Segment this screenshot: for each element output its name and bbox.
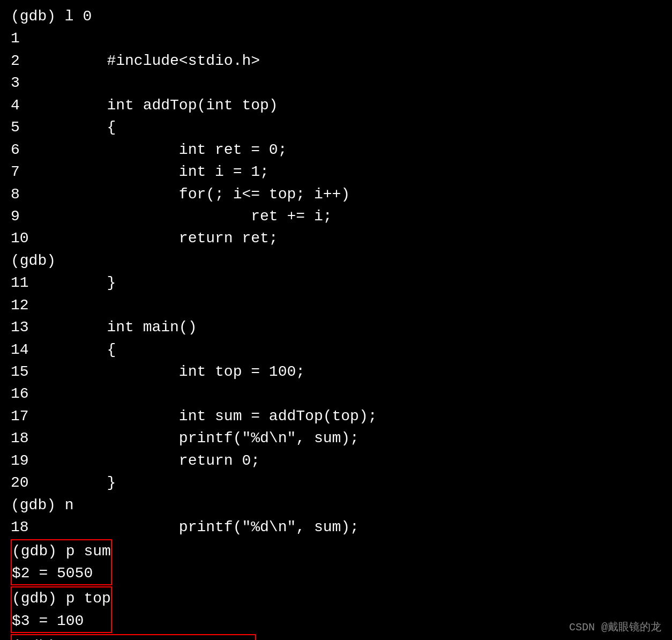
p-top-box: (gdb) p top $3 = 100 xyxy=(11,586,112,633)
code-line-8: 8 for(; i<= top; i++) xyxy=(11,183,661,205)
line-num-16: 16 xyxy=(11,383,35,405)
p-addr-box: (gdb) p &sum $4 = (int *) 0x7fffffffe498… xyxy=(11,634,256,640)
gdb-p-sum-cmd: (gdb) p sum xyxy=(12,540,111,562)
line-num-18: 18 xyxy=(11,427,35,449)
code-line-3: 3 xyxy=(11,72,661,94)
p-sum-result: $2 = 5050 xyxy=(12,562,111,584)
gdb-p-sum-text: (gdb) p sum xyxy=(12,540,111,562)
code-line-11: 11 } xyxy=(11,272,661,294)
gdb-l0-text: (gdb) l 0 xyxy=(11,5,92,27)
gdb-prompt-mid: (gdb) xyxy=(11,250,661,272)
line-content-18b: printf("%d\n", sum); xyxy=(35,516,359,538)
watermark: CSDN @戴眼镜的龙 xyxy=(569,620,661,636)
terminal-window: (gdb) l 0 1 2 #include<stdio.h> 3 4 int … xyxy=(0,0,672,640)
code-line-13: 13 int main() xyxy=(11,316,661,338)
line-num-1: 1 xyxy=(11,27,35,49)
code-line-5: 5 { xyxy=(11,116,661,138)
gdb-n-text: (gdb) n xyxy=(11,494,74,516)
line-num-6: 6 xyxy=(11,139,35,161)
code-line-7: 7 int i = 1; xyxy=(11,161,661,183)
line-content-11: } xyxy=(35,272,116,294)
gdb-p-addr-sum-cmd: (gdb) p &sum xyxy=(12,635,255,640)
code-line-14: 14 { xyxy=(11,339,661,361)
code-line-4: 4 int addTop(int top) xyxy=(11,94,661,116)
line-num-19: 19 xyxy=(11,450,35,472)
code-line-18b: 18 printf("%d\n", sum); xyxy=(11,516,661,538)
line-num-20: 20 xyxy=(11,472,35,494)
line-num-5: 5 xyxy=(11,116,35,138)
gdb-p-addr-sum-text: (gdb) p &sum xyxy=(12,635,120,640)
line-num-2: 2 xyxy=(11,50,35,72)
line-content-9: ret += i; xyxy=(35,205,332,227)
code-line-10: 10 return ret; xyxy=(11,227,661,249)
line-gdb-l0: (gdb) l 0 xyxy=(11,5,661,27)
line-num-15: 15 xyxy=(11,361,35,383)
code-line-18: 18 printf("%d\n", sum); xyxy=(11,427,661,449)
gdb-p-top-cmd: (gdb) p top xyxy=(12,587,111,609)
line-num-11: 11 xyxy=(11,272,35,294)
code-line-1: 1 xyxy=(11,27,661,49)
gdb-n-cmd: (gdb) n xyxy=(11,494,661,516)
line-num-3: 3 xyxy=(11,72,35,94)
line-content-17: int sum = addTop(top); xyxy=(35,405,377,427)
line-num-9: 9 xyxy=(11,205,35,227)
code-line-17: 17 int sum = addTop(top); xyxy=(11,405,661,427)
line-content-5: { xyxy=(35,116,116,138)
line-content-6: int ret = 0; xyxy=(35,139,287,161)
code-line-2: 2 #include<stdio.h> xyxy=(11,50,661,72)
gdb-prompt-mid-text: (gdb) xyxy=(11,250,56,272)
line-content-18: printf("%d\n", sum); xyxy=(35,427,359,449)
line-num-12: 12 xyxy=(11,294,35,316)
code-line-19: 19 return 0; xyxy=(11,450,661,472)
line-content-15: int top = 100; xyxy=(35,361,305,383)
line-num-17: 17 xyxy=(11,405,35,427)
line-content-4: int addTop(int top) xyxy=(35,94,278,116)
line-content-8: for(; i<= top; i++) xyxy=(35,183,350,205)
code-line-9: 9 ret += i; xyxy=(11,205,661,227)
gdb-p-top-text: (gdb) p top xyxy=(12,587,111,609)
p-sum-box: (gdb) p sum $2 = 5050 xyxy=(11,539,112,586)
line-content-13: int main() xyxy=(35,316,197,338)
line-num-18b: 18 xyxy=(11,516,35,538)
line-content-14: { xyxy=(35,339,116,361)
line-num-8: 8 xyxy=(11,183,35,205)
code-line-16: 16 xyxy=(11,383,661,405)
line-content-7: int i = 1; xyxy=(35,161,269,183)
code-line-20: 20 } xyxy=(11,472,661,494)
line-num-7: 7 xyxy=(11,161,35,183)
line-num-13: 13 xyxy=(11,316,35,338)
line-content-10: return ret; xyxy=(35,227,278,249)
line-content-20: } xyxy=(35,472,116,494)
line-content-2: #include<stdio.h> xyxy=(35,50,260,72)
line-num-10: 10 xyxy=(11,227,35,249)
code-line-15: 15 int top = 100; xyxy=(11,361,661,383)
p-sum-result-text: $2 = 5050 xyxy=(12,562,93,584)
p-top-result: $3 = 100 xyxy=(12,610,111,632)
line-content-19: return 0; xyxy=(35,450,260,472)
line-num-14: 14 xyxy=(11,339,35,361)
code-line-12: 12 xyxy=(11,294,661,316)
p-top-result-text: $3 = 100 xyxy=(12,610,84,632)
code-line-6: 6 int ret = 0; xyxy=(11,139,661,161)
line-num-4: 4 xyxy=(11,94,35,116)
